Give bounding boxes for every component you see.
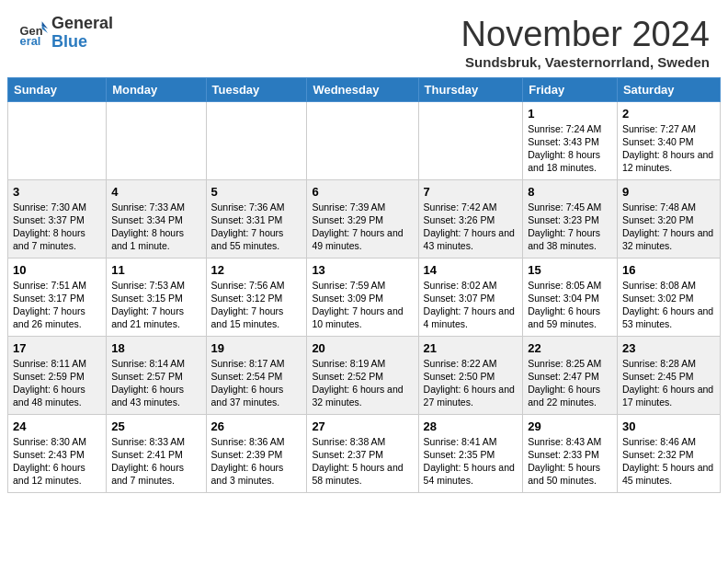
day-info: Daylight: 6 hours and 3 minutes.: [211, 461, 302, 487]
day-number: 3: [13, 185, 19, 199]
day-info: Sunrise: 7:48 AM: [622, 201, 715, 213]
day-number: 8: [528, 185, 534, 199]
day-info: Daylight: 5 hours and 45 minutes.: [622, 461, 715, 487]
day-info: Sunrise: 7:56 AM: [211, 279, 302, 292]
day-info: Sunset: 3:17 PM: [13, 292, 101, 304]
day-cell: 7Sunrise: 7:42 AMSunset: 3:26 PMDaylight…: [418, 180, 523, 259]
day-info: Sunrise: 7:36 AM: [211, 201, 302, 213]
day-info: Sunrise: 7:51 AM: [13, 279, 101, 292]
day-number: 12: [211, 263, 224, 277]
day-info: Sunset: 3:20 PM: [622, 213, 715, 226]
header-monday: Monday: [107, 78, 206, 102]
day-info: Daylight: 6 hours and 7 minutes.: [111, 461, 200, 487]
day-info: Sunrise: 7:53 AM: [111, 279, 200, 292]
day-number: 13: [312, 263, 324, 277]
day-cell: 2Sunrise: 7:27 AMSunset: 3:40 PMDaylight…: [617, 102, 720, 180]
day-info: Sunrise: 8:02 AM: [424, 279, 518, 292]
day-info: Sunset: 3:02 PM: [622, 292, 715, 304]
day-number: 22: [528, 341, 540, 355]
day-cell: 10Sunrise: 7:51 AMSunset: 3:17 PMDayligh…: [8, 259, 107, 337]
day-info: Sunrise: 7:27 AM: [622, 122, 715, 135]
day-info: Daylight: 6 hours and 22 minutes.: [528, 383, 612, 408]
day-info: Sunset: 3:04 PM: [528, 292, 612, 304]
day-number: 2: [622, 107, 629, 121]
day-number: 15: [528, 263, 540, 277]
day-info: Sunset: 2:39 PM: [211, 448, 302, 461]
day-info: Sunrise: 8:22 AM: [424, 357, 518, 370]
day-number: 11: [111, 263, 124, 277]
day-info: Sunrise: 7:45 AM: [528, 201, 612, 213]
day-info: Daylight: 6 hours and 32 minutes.: [312, 383, 413, 408]
day-info: Daylight: 7 hours and 26 minutes.: [13, 304, 101, 330]
day-cell: [418, 102, 523, 180]
day-cell: [206, 102, 307, 180]
day-info: Sunset: 3:07 PM: [424, 292, 518, 304]
day-info: Sunset: 2:54 PM: [211, 370, 302, 383]
day-info: Daylight: 8 hours and 1 minute.: [111, 226, 200, 252]
day-number: 19: [211, 341, 224, 355]
day-cell: 17Sunrise: 8:11 AMSunset: 2:59 PMDayligh…: [8, 337, 107, 415]
day-info: Daylight: 7 hours and 38 minutes.: [528, 226, 612, 252]
day-cell: 3Sunrise: 7:30 AMSunset: 3:37 PMDaylight…: [8, 180, 107, 259]
day-number: 27: [312, 419, 324, 433]
day-info: Sunset: 3:26 PM: [424, 213, 518, 226]
day-info: Sunrise: 8:36 AM: [211, 435, 302, 448]
week-row-3: 10Sunrise: 7:51 AMSunset: 3:17 PMDayligh…: [8, 259, 721, 337]
day-info: Daylight: 5 hours and 54 minutes.: [424, 461, 518, 487]
day-info: Daylight: 6 hours and 59 minutes.: [528, 304, 612, 330]
day-info: Sunrise: 8:05 AM: [528, 279, 612, 292]
day-info: Sunrise: 8:30 AM: [13, 435, 101, 448]
day-info: Daylight: 7 hours and 15 minutes.: [211, 304, 302, 330]
day-info: Sunset: 2:35 PM: [424, 448, 518, 461]
calendar-wrapper: SundayMondayTuesdayWednesdayThursdayFrid…: [0, 77, 728, 500]
day-info: Sunset: 2:59 PM: [13, 370, 101, 383]
day-info: Daylight: 6 hours and 37 minutes.: [211, 383, 302, 408]
day-info: Sunrise: 8:33 AM: [111, 435, 200, 448]
svg-text:eral: eral: [20, 34, 41, 48]
day-cell: 22Sunrise: 8:25 AMSunset: 2:47 PMDayligh…: [523, 337, 618, 415]
day-info: Sunrise: 8:38 AM: [312, 435, 413, 448]
day-info: Sunrise: 7:59 AM: [312, 279, 413, 292]
day-cell: 23Sunrise: 8:28 AMSunset: 2:45 PMDayligh…: [617, 337, 720, 415]
day-info: Sunrise: 7:42 AM: [424, 201, 518, 213]
subtitle: Sundsbruk, Vaesternorrland, Sweden: [461, 54, 710, 70]
day-number: 23: [622, 341, 635, 355]
day-info: Daylight: 8 hours and 12 minutes.: [622, 148, 715, 174]
day-number: 30: [622, 419, 635, 433]
day-info: Sunrise: 8:25 AM: [528, 357, 612, 370]
day-number: 26: [211, 419, 224, 433]
day-info: Sunset: 3:34 PM: [111, 213, 200, 226]
header-tuesday: Tuesday: [206, 78, 307, 102]
day-info: Sunset: 2:33 PM: [528, 448, 612, 461]
day-cell: 19Sunrise: 8:17 AMSunset: 2:54 PMDayligh…: [206, 337, 307, 415]
day-info: Daylight: 5 hours and 58 minutes.: [312, 461, 413, 487]
week-row-1: 1Sunrise: 7:24 AMSunset: 3:43 PMDaylight…: [8, 102, 721, 180]
day-number: 17: [13, 341, 26, 355]
day-info: Sunrise: 8:43 AM: [528, 435, 612, 448]
day-info: Daylight: 7 hours and 43 minutes.: [424, 226, 518, 252]
day-info: Sunrise: 8:19 AM: [312, 357, 413, 370]
day-info: Sunset: 3:40 PM: [622, 135, 715, 148]
day-info: Daylight: 6 hours and 53 minutes.: [622, 304, 715, 330]
day-info: Sunset: 3:12 PM: [211, 292, 302, 304]
day-number: 6: [312, 185, 318, 199]
day-cell: 27Sunrise: 8:38 AMSunset: 2:37 PMDayligh…: [307, 415, 418, 493]
day-cell: [307, 102, 418, 180]
day-info: Daylight: 6 hours and 43 minutes.: [111, 383, 200, 408]
day-info: Sunrise: 7:33 AM: [111, 201, 200, 213]
header-friday: Friday: [523, 78, 618, 102]
day-number: 16: [622, 263, 635, 277]
day-cell: 18Sunrise: 8:14 AMSunset: 2:57 PMDayligh…: [107, 337, 206, 415]
day-cell: 29Sunrise: 8:43 AMSunset: 2:33 PMDayligh…: [523, 415, 618, 493]
day-number: 7: [424, 185, 430, 199]
day-number: 14: [424, 263, 437, 277]
calendar-header-row: SundayMondayTuesdayWednesdayThursdayFrid…: [8, 78, 721, 102]
day-info: Sunrise: 8:46 AM: [622, 435, 715, 448]
header-sunday: Sunday: [8, 78, 107, 102]
day-info: Sunrise: 7:39 AM: [312, 201, 413, 213]
day-cell: 11Sunrise: 7:53 AMSunset: 3:15 PMDayligh…: [107, 259, 206, 337]
day-info: Sunset: 3:23 PM: [528, 213, 612, 226]
logo-blue-text: Blue: [51, 33, 113, 52]
day-number: 18: [111, 341, 124, 355]
day-cell: 15Sunrise: 8:05 AMSunset: 3:04 PMDayligh…: [523, 259, 618, 337]
